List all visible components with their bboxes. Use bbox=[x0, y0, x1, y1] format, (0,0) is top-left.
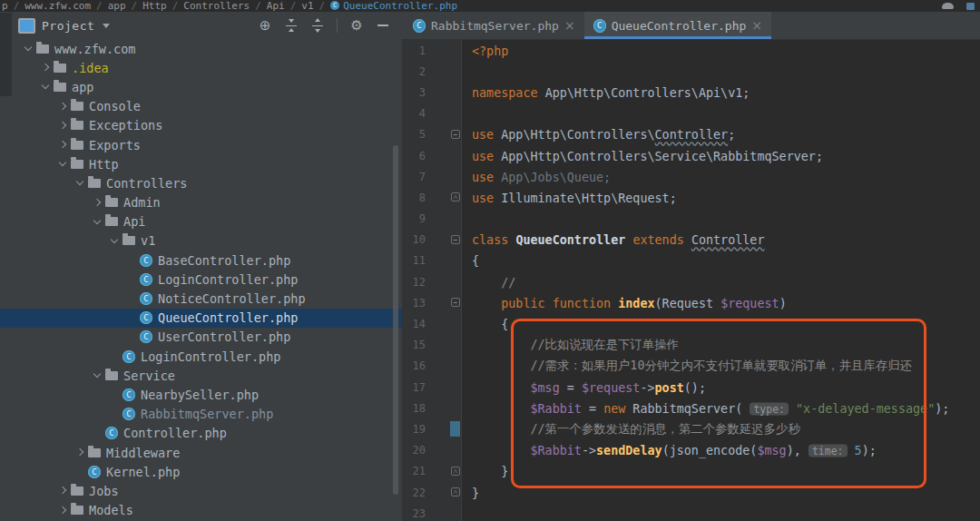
breadcrumb-item[interactable]: v1 bbox=[301, 0, 313, 12]
chevron-down-icon[interactable] bbox=[103, 24, 110, 28]
breadcrumb-item[interactable]: app bbox=[108, 0, 126, 12]
tree-row[interactable]: CRabbitmqServer.php bbox=[0, 405, 402, 424]
fold-end-icon[interactable]: ˄ bbox=[451, 487, 460, 496]
tree-row[interactable]: CKernel.php bbox=[0, 462, 402, 481]
chevron-right-icon[interactable] bbox=[39, 61, 53, 74]
line-number[interactable]: 20 bbox=[402, 444, 426, 457]
code-line[interactable]: 19 //第一个参数发送的消息，第二个参数延迟多少秒 bbox=[402, 418, 980, 439]
code-line[interactable]: 18 $Rabbit = new RabbitmqServer( type: "… bbox=[402, 398, 980, 418]
line-number[interactable]: 14 bbox=[402, 318, 426, 330]
code-line[interactable]: 10−class QueueController extends Control… bbox=[402, 230, 980, 251]
editor-body[interactable]: 1<?php23namespace App\Http\Controllers\A… bbox=[402, 40, 980, 521]
tree-row[interactable]: Api bbox=[0, 212, 402, 231]
hide-panel-icon[interactable] bbox=[376, 18, 390, 33]
tree-row[interactable]: CLoginController.php bbox=[0, 347, 402, 366]
tree-row[interactable]: CNoticeController.php bbox=[0, 289, 402, 308]
locate-icon[interactable]: ⊕ bbox=[258, 18, 272, 33]
code-line[interactable]: 16 //需求：如果用户10分钟之内不支付订单就要取消订单，并且库存归还 bbox=[402, 356, 980, 377]
code-line[interactable]: 22˄} bbox=[402, 482, 980, 503]
editor-tab[interactable]: CRabbitmqServer.php× bbox=[404, 12, 584, 39]
code-line[interactable]: 7use App\Jobs\Queue; bbox=[402, 166, 980, 187]
code-line[interactable]: 3namespace App\Http\Controllers\Api\v1; bbox=[402, 82, 980, 103]
chevron-right-icon[interactable] bbox=[74, 446, 87, 459]
code-line[interactable]: 23 bbox=[402, 503, 980, 521]
code-line[interactable]: 13− public function index(Request $reque… bbox=[402, 292, 980, 313]
fold-start-icon[interactable]: − bbox=[451, 298, 460, 307]
line-number[interactable]: 9 bbox=[402, 212, 426, 225]
tree-row[interactable]: CLoginController.php bbox=[0, 270, 402, 289]
tree-row[interactable]: CController.php bbox=[0, 424, 402, 443]
line-number[interactable]: 19 bbox=[402, 423, 426, 436]
breadcrumb[interactable]: p/www.zfw.com/app/Http/Controllers/Api/v… bbox=[0, 0, 457, 12]
fold-start-icon[interactable]: − bbox=[451, 130, 460, 139]
line-number[interactable]: 8 bbox=[402, 192, 426, 204]
line-number[interactable]: 7 bbox=[402, 171, 426, 183]
expand-all-icon[interactable] bbox=[310, 18, 325, 33]
line-number[interactable]: 22 bbox=[402, 487, 426, 499]
line-number[interactable]: 1 bbox=[402, 44, 426, 57]
tree-row[interactable]: CUserController.php bbox=[0, 328, 402, 347]
fold-start-icon[interactable]: − bbox=[451, 235, 460, 244]
chevron-right-icon[interactable] bbox=[91, 196, 104, 210]
line-number[interactable]: 23 bbox=[402, 507, 426, 520]
line-number[interactable]: 17 bbox=[402, 381, 426, 394]
code-line[interactable]: 2 bbox=[402, 61, 980, 82]
code-line[interactable]: 20 $Rabbit->sendDelay(json_encode($msg),… bbox=[402, 440, 980, 461]
line-number[interactable]: 15 bbox=[402, 339, 426, 351]
line-number[interactable]: 4 bbox=[402, 107, 426, 120]
settings-gear-icon[interactable]: ⚙ bbox=[349, 18, 364, 33]
tree-row[interactable]: CQueueController.php bbox=[0, 309, 402, 328]
project-scrollbar[interactable] bbox=[393, 145, 398, 495]
line-number[interactable]: 11 bbox=[402, 254, 426, 267]
tree-row[interactable]: app bbox=[0, 77, 402, 96]
tree-row[interactable]: Service bbox=[0, 366, 402, 385]
code-line[interactable]: 15 //比如说现在是下订单操作 bbox=[402, 335, 980, 356]
code-line[interactable]: 5−use App\Http\Controllers\Controller; bbox=[402, 124, 980, 145]
line-number[interactable]: 21 bbox=[402, 465, 426, 477]
tab-close-icon[interactable]: × bbox=[564, 19, 575, 32]
breadcrumb-item[interactable]: Controllers bbox=[183, 0, 250, 12]
tree-row[interactable]: Exports bbox=[0, 135, 402, 154]
chevron-down-icon[interactable] bbox=[74, 176, 87, 190]
chevron-right-icon[interactable] bbox=[56, 504, 70, 517]
tree-row[interactable]: Controllers bbox=[0, 173, 402, 192]
tree-row[interactable]: v1 bbox=[0, 231, 402, 251]
window-icon[interactable] bbox=[966, 3, 975, 10]
chevron-right-icon[interactable] bbox=[56, 484, 70, 497]
tree-row[interactable]: CBaseController.php bbox=[0, 251, 402, 270]
line-number[interactable]: 5 bbox=[402, 128, 426, 141]
code-line[interactable]: 9 bbox=[402, 209, 980, 230]
project-panel-title[interactable]: Project bbox=[42, 19, 94, 33]
code-line[interactable]: 17 $msg = $request->post(); bbox=[402, 377, 980, 398]
breadcrumb-current-file[interactable]: CQueueController.php bbox=[330, 0, 457, 12]
line-number[interactable]: 2 bbox=[402, 65, 426, 78]
code-line[interactable]: 21˄ } bbox=[402, 461, 980, 482]
chevron-right-icon[interactable] bbox=[56, 138, 70, 152]
tree-row[interactable]: Http bbox=[0, 154, 402, 173]
code-line[interactable]: 4 bbox=[402, 103, 980, 124]
tree-row[interactable]: Exceptions bbox=[0, 116, 402, 135]
tree-row[interactable]: Models bbox=[0, 501, 402, 520]
line-number[interactable]: 18 bbox=[402, 402, 426, 415]
chevron-down-icon[interactable] bbox=[108, 234, 122, 248]
line-number[interactable]: 6 bbox=[402, 150, 426, 162]
chevron-down-icon[interactable] bbox=[22, 42, 35, 55]
chevron-down-icon[interactable] bbox=[91, 369, 104, 382]
code-line[interactable]: 14 { bbox=[402, 313, 980, 334]
tree-row[interactable]: Jobs bbox=[0, 481, 402, 500]
chevron-down-icon[interactable] bbox=[91, 215, 104, 229]
code-line[interactable]: 1<?php bbox=[402, 40, 980, 61]
line-number[interactable]: 12 bbox=[402, 276, 426, 289]
tree-row[interactable]: Middleware bbox=[0, 443, 402, 462]
code-line[interactable]: 12 // bbox=[402, 271, 980, 292]
line-number[interactable]: 13 bbox=[402, 297, 426, 310]
chevron-right-icon[interactable] bbox=[56, 119, 70, 133]
fold-end-icon[interactable]: ˄ bbox=[451, 192, 460, 202]
chevron-right-icon[interactable] bbox=[56, 100, 70, 113]
line-number[interactable]: 10 bbox=[402, 233, 426, 246]
code-line[interactable]: 11{ bbox=[402, 251, 980, 271]
line-number[interactable]: 16 bbox=[402, 359, 426, 372]
editor-tab[interactable]: CQueueController.php× bbox=[584, 12, 771, 39]
notification-icon[interactable] bbox=[942, 3, 954, 9]
chevron-down-icon[interactable] bbox=[39, 80, 53, 93]
